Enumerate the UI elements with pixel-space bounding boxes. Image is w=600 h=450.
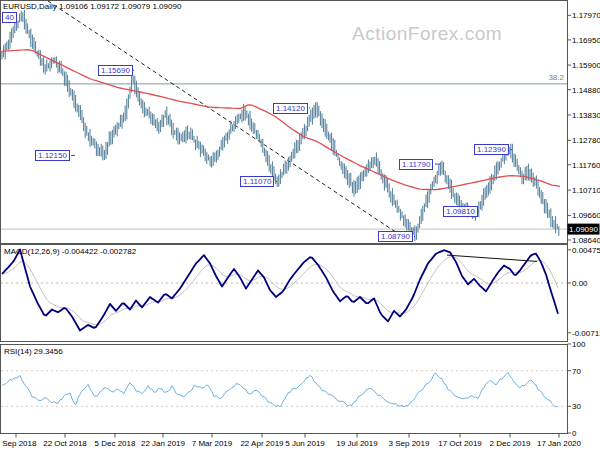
swing-price-label: 1.09810 xyxy=(443,206,478,217)
corner-tag: 40 xyxy=(2,12,17,23)
x-axis-dates: 6 Sep 201822 Oct 20185 Dec 201822 Jan 20… xyxy=(0,434,582,449)
panel-borders xyxy=(1,1,568,434)
svg-text:1.16950: 1.16950 xyxy=(572,36,600,45)
svg-text:19 Jul 2019: 19 Jul 2019 xyxy=(336,439,378,448)
svg-text:1.11760: 1.11760 xyxy=(572,161,600,170)
swing-price-label: 1.08790 xyxy=(378,231,413,242)
fib-retracement-line: 38.2 xyxy=(1,73,567,84)
swing-price-label: 1.14120 xyxy=(273,103,308,114)
svg-text:1.12780: 1.12780 xyxy=(572,136,600,145)
macd-signal-line xyxy=(2,257,558,325)
svg-text:100: 100 xyxy=(572,340,586,349)
svg-text:17 Oct 2019: 17 Oct 2019 xyxy=(438,439,482,448)
svg-text:2 Dec 2019: 2 Dec 2019 xyxy=(490,439,531,448)
macd-main-line xyxy=(2,250,558,331)
svg-text:1.14880: 1.14880 xyxy=(572,86,600,95)
swing-price-label: 1.15690 xyxy=(98,65,133,76)
svg-text:30: 30 xyxy=(572,402,581,411)
rsi-line xyxy=(2,372,558,407)
svg-text:0: 0 xyxy=(572,429,577,438)
symbol-ohlc-header: EURUSD,Daily 1.09106 1.09172 1.09079 1.0… xyxy=(3,2,181,11)
macd-indicator-label: MACD(12,26,9) -0.004422 -0.002782 xyxy=(4,247,136,256)
svg-text:1.15900: 1.15900 xyxy=(572,61,600,70)
svg-text:22 Oct 2018: 22 Oct 2018 xyxy=(43,439,87,448)
current-price-tag: 1.09090 xyxy=(568,224,600,235)
svg-text:70: 70 xyxy=(572,367,581,376)
svg-text:17 Jan 2020: 17 Jan 2020 xyxy=(537,439,582,448)
downtrend-line[interactable] xyxy=(48,1,400,235)
svg-text:1.10710: 1.10710 xyxy=(572,186,600,195)
svg-text:1.13830: 1.13830 xyxy=(572,111,600,120)
svg-text:-0.00713: -0.00713 xyxy=(572,329,600,338)
svg-text:7 Mar 2019: 7 Mar 2019 xyxy=(192,439,233,448)
swing-price-label: 1.11790 xyxy=(399,159,433,170)
svg-text:5 Dec 2018: 5 Dec 2018 xyxy=(95,439,136,448)
svg-text:0.00: 0.00 xyxy=(572,279,588,288)
swing-price-label: 1.11070 xyxy=(240,176,274,187)
svg-text:1.17970: 1.17970 xyxy=(572,11,600,20)
svg-text:1.09660: 1.09660 xyxy=(572,211,600,220)
svg-text:1.09090: 1.09090 xyxy=(569,225,598,234)
swing-price-label: 1.12390 xyxy=(474,144,509,155)
trading-chart-window: ActionForex.com 38.21.179701.169501.1590… xyxy=(0,0,600,450)
svg-text:38.2: 38.2 xyxy=(548,73,564,82)
svg-text:3 Sep 2019: 3 Sep 2019 xyxy=(389,439,430,448)
svg-text:22 Apr 2019: 22 Apr 2019 xyxy=(240,439,284,448)
svg-text:5 Jun 2019: 5 Jun 2019 xyxy=(285,439,325,448)
svg-text:0.004756: 0.004756 xyxy=(572,246,600,255)
svg-text:1.08640: 1.08640 xyxy=(572,236,600,245)
swing-price-label: 1.12150 xyxy=(35,150,70,161)
chart-plot-area[interactable]: 38.21.179701.169501.159001.148801.138301… xyxy=(0,0,600,450)
svg-text:6 Sep 2018: 6 Sep 2018 xyxy=(0,439,37,448)
macd-trendline[interactable] xyxy=(447,255,537,261)
svg-text:22 Jan 2019: 22 Jan 2019 xyxy=(141,439,186,448)
rsi-indicator-label: RSI(14) 29.3456 xyxy=(4,347,63,356)
